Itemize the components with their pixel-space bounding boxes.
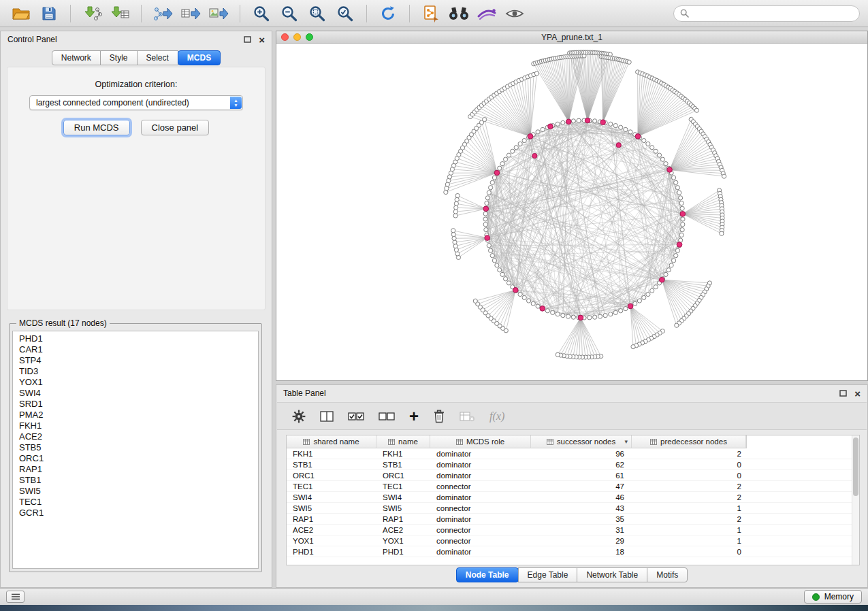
mcds-dominator-node[interactable] bbox=[548, 124, 553, 129]
show-columns-button[interactable] bbox=[320, 411, 334, 422]
network-node[interactable] bbox=[571, 119, 575, 123]
cell-succ[interactable]: 29 bbox=[531, 537, 632, 545]
zoom-in-button[interactable] bbox=[248, 3, 274, 24]
network-node[interactable] bbox=[624, 306, 628, 310]
mcds-result-item[interactable]: SRD1 bbox=[13, 399, 258, 410]
cell-pred[interactable]: 2 bbox=[632, 482, 746, 491]
network-node[interactable] bbox=[451, 232, 455, 236]
network-node[interactable] bbox=[631, 345, 635, 349]
cell-shared-name[interactable]: TEC1 bbox=[287, 482, 376, 491]
network-node[interactable] bbox=[483, 222, 487, 227]
network-node[interactable] bbox=[679, 201, 684, 205]
network-node[interactable] bbox=[633, 301, 637, 306]
network-node[interactable] bbox=[679, 233, 684, 237]
network-node[interactable] bbox=[561, 120, 565, 125]
cell-pred[interactable]: 0 bbox=[632, 548, 746, 556]
mcds-dominator-node[interactable] bbox=[616, 143, 621, 148]
mcds-dominator-node[interactable] bbox=[680, 212, 686, 217]
network-node[interactable] bbox=[660, 157, 664, 161]
network-node[interactable] bbox=[536, 130, 540, 134]
cell-succ[interactable]: 43 bbox=[531, 504, 632, 512]
network-node[interactable] bbox=[577, 118, 581, 122]
column-header-predecessor-nodes[interactable]: predecessor nodes bbox=[632, 435, 746, 448]
cell-role[interactable]: connector bbox=[430, 537, 531, 545]
network-node[interactable] bbox=[627, 60, 631, 64]
cell-succ[interactable]: 96 bbox=[531, 450, 632, 458]
network-node[interactable] bbox=[483, 217, 487, 221]
network-node[interactable] bbox=[452, 236, 456, 240]
mcds-dominator-node[interactable] bbox=[677, 242, 682, 248]
network-node[interactable] bbox=[453, 210, 457, 214]
cell-succ[interactable]: 61 bbox=[531, 472, 632, 480]
cell-shared-name[interactable]: ORC1 bbox=[287, 472, 376, 480]
column-header-shared-name[interactable]: shared name bbox=[287, 435, 376, 448]
cell-role[interactable]: dominator bbox=[430, 472, 531, 480]
table-scrollbar[interactable] bbox=[852, 435, 859, 565]
network-node[interactable] bbox=[495, 263, 499, 267]
table-row[interactable]: ACE2ACE2connector311 bbox=[287, 525, 859, 535]
network-node[interactable] bbox=[492, 176, 496, 180]
tab-edge-table[interactable]: Edge Table bbox=[518, 567, 578, 582]
cell-shared-name[interactable]: STB1 bbox=[287, 461, 376, 469]
network-node[interactable] bbox=[669, 263, 673, 267]
network-node[interactable] bbox=[556, 122, 560, 126]
network-node[interactable] bbox=[674, 180, 678, 184]
network-node[interactable] bbox=[500, 272, 504, 276]
mcds-result-item[interactable]: YOX1 bbox=[13, 377, 258, 388]
save-session-button[interactable] bbox=[36, 3, 62, 24]
network-node[interactable] bbox=[677, 191, 681, 195]
criterion-select[interactable]: largest connected component (undirected)… bbox=[29, 95, 243, 110]
network-node[interactable] bbox=[453, 244, 457, 248]
tab-network[interactable]: Network bbox=[52, 50, 101, 65]
network-node[interactable] bbox=[453, 214, 457, 218]
cell-succ[interactable]: 47 bbox=[531, 482, 632, 491]
network-node[interactable] bbox=[485, 196, 489, 200]
mcds-result-item[interactable]: CAR1 bbox=[13, 344, 258, 355]
mcds-dominator-node[interactable] bbox=[485, 235, 490, 241]
network-node[interactable] bbox=[487, 191, 491, 195]
table-row[interactable]: SWI5SWI5connector431 bbox=[287, 503, 859, 514]
cell-shared-name[interactable]: RAP1 bbox=[287, 515, 376, 523]
network-node[interactable] bbox=[455, 197, 459, 201]
network-node[interactable] bbox=[490, 254, 494, 258]
mcds-result-item[interactable]: STB5 bbox=[13, 442, 258, 453]
export-image-button[interactable] bbox=[206, 3, 231, 24]
network-node[interactable] bbox=[484, 228, 488, 232]
network-node[interactable] bbox=[454, 201, 458, 205]
network-node[interactable] bbox=[619, 125, 623, 129]
mcds-result-item[interactable]: FKH1 bbox=[13, 420, 258, 431]
close-panel-button[interactable]: Close panel bbox=[141, 120, 210, 135]
network-node[interactable] bbox=[664, 272, 668, 276]
tab-node-table[interactable]: Node Table bbox=[456, 567, 519, 582]
table-row[interactable]: SWI4SWI4dominator462 bbox=[287, 492, 859, 503]
network-node[interactable] bbox=[522, 138, 526, 142]
network-node[interactable] bbox=[492, 259, 496, 263]
mcds-result-item[interactable]: PHD1 bbox=[13, 333, 258, 344]
mcds-dominator-node[interactable] bbox=[528, 134, 533, 139]
network-node[interactable] bbox=[654, 285, 658, 289]
network-node[interactable] bbox=[671, 259, 675, 263]
network-node[interactable] bbox=[588, 316, 592, 320]
cell-pred[interactable]: 0 bbox=[632, 472, 746, 480]
table-row[interactable]: ORC1ORC1dominator610 bbox=[287, 470, 859, 481]
mcds-result-item[interactable]: ACE2 bbox=[13, 431, 258, 442]
cell-succ[interactable]: 18 bbox=[531, 548, 632, 556]
network-node[interactable] bbox=[680, 228, 684, 232]
network-node[interactable] bbox=[681, 222, 685, 227]
zoom-selected-button[interactable] bbox=[332, 3, 358, 24]
table-row[interactable]: PHD1PHD1dominator180 bbox=[287, 546, 859, 557]
cell-shared-name[interactable]: FKH1 bbox=[287, 450, 376, 458]
unselect-all-columns-button[interactable] bbox=[379, 412, 395, 421]
network-node[interactable] bbox=[536, 304, 540, 308]
mcds-result-item[interactable]: PMA2 bbox=[13, 410, 258, 420]
column-header-name[interactable]: name bbox=[376, 435, 430, 448]
network-node[interactable] bbox=[679, 196, 683, 200]
network-node[interactable] bbox=[527, 299, 531, 303]
network-node[interactable] bbox=[541, 127, 545, 131]
cell-name[interactable]: STB1 bbox=[376, 461, 430, 469]
network-node[interactable] bbox=[483, 118, 487, 122]
network-node[interactable] bbox=[722, 174, 726, 178]
network-node[interactable] bbox=[453, 240, 457, 244]
cell-name[interactable]: FKH1 bbox=[376, 450, 430, 458]
cell-pred[interactable]: 2 bbox=[632, 493, 746, 501]
